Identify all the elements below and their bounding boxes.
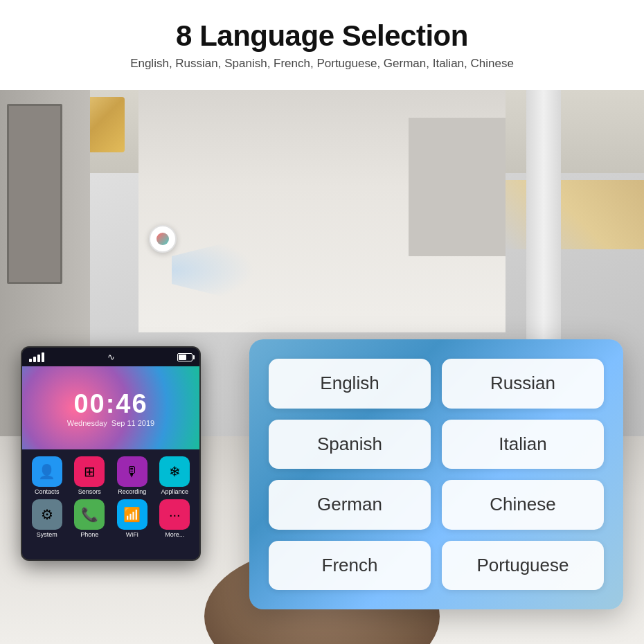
app-icon-bg: ···	[159, 499, 190, 530]
app-icon-wifi[interactable]: 📶 WiFi	[113, 499, 152, 538]
app-icon-system[interactable]: ⚙ System	[28, 499, 66, 538]
app-label: More...	[165, 531, 184, 538]
smart-device-indicator	[156, 233, 169, 245]
app-icon-contacts[interactable]: 👤 Contacts	[28, 456, 66, 495]
lang-btn-russian[interactable]: Russian	[442, 359, 604, 409]
app-icon-bg: ⚙	[32, 499, 62, 530]
app-icon-more[interactable]: ··· More...	[156, 499, 195, 538]
page-header: 8 Language Selection English, Russian, S…	[0, 0, 644, 80]
app-icon-bg: 📶	[117, 499, 147, 530]
door	[7, 104, 62, 284]
app-label: Phone	[80, 531, 98, 538]
app-label: System	[37, 531, 57, 538]
app-label: Recording	[118, 488, 146, 495]
app-grid: 👤 Contacts ⊞ Sensors 🎙 Recording ❄ Appli…	[22, 449, 199, 545]
phone-status-bar: ∿	[22, 348, 199, 366]
lang-btn-italian[interactable]: Italian	[442, 420, 604, 469]
shelving-unit	[409, 118, 506, 256]
smart-device	[149, 225, 177, 253]
app-icon-bg: 🎙	[117, 456, 147, 487]
lang-btn-spanish[interactable]: Spanish	[269, 420, 431, 469]
lang-btn-chinese[interactable]: Chinese	[442, 480, 604, 530]
background-scene: ∿ 00:46 Wednesday Sep 11 2019 👤 Contacts…	[0, 90, 644, 644]
phone-device: ∿ 00:46 Wednesday Sep 11 2019 👤 Contacts…	[21, 346, 201, 561]
battery-fill	[179, 355, 186, 360]
page-title: 8 Language Selection	[14, 19, 630, 53]
language-panel: EnglishRussianSpanishItalianGermanChines…	[249, 339, 623, 609]
app-icon-recording[interactable]: 🎙 Recording	[113, 456, 152, 495]
app-icon-appliance[interactable]: ❄ Appliance	[156, 456, 195, 495]
lang-btn-portuguese[interactable]: Portuguese	[442, 541, 604, 591]
lang-btn-french[interactable]: French	[269, 541, 431, 591]
app-label: Sensors	[78, 488, 101, 495]
signal-icon	[29, 352, 44, 362]
phone-wallpaper: 00:46 Wednesday Sep 11 2019	[22, 366, 199, 449]
app-icon-sensors[interactable]: ⊞ Sensors	[71, 456, 109, 495]
lang-btn-german[interactable]: German	[269, 480, 431, 530]
phone-time: 00:46	[73, 389, 147, 419]
lang-btn-english[interactable]: English	[269, 359, 431, 409]
app-icon-bg: ⊞	[74, 456, 105, 487]
app-label: WiFi	[126, 531, 138, 538]
phone-date: Wednesday Sep 11 2019	[67, 419, 154, 427]
battery-icon	[177, 353, 193, 361]
app-label: Appliance	[161, 488, 188, 495]
wifi-icon: ∿	[107, 352, 115, 362]
subtitle: English, Russian, Spanish, French, Portu…	[14, 57, 630, 71]
app-icon-phone[interactable]: 📞 Phone	[71, 499, 109, 538]
app-label: Contacts	[35, 488, 60, 495]
app-icon-bg: 👤	[32, 456, 62, 487]
battery-tip	[193, 355, 195, 359]
app-icon-bg: ❄	[159, 456, 190, 487]
app-icon-bg: 📞	[74, 499, 105, 530]
